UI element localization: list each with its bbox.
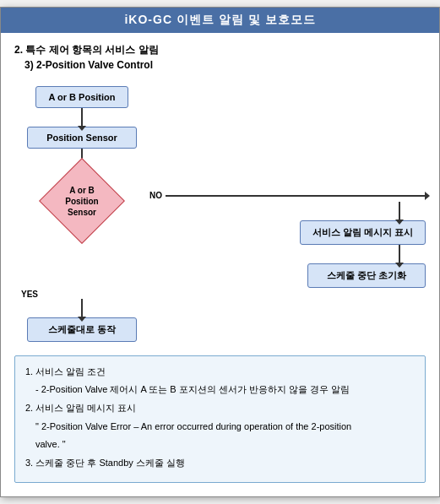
note-line2: - 2-Position Valve 제어시 A 또는 B 포지션의 센서가 반… [25,382,415,398]
arrow-yes [81,299,83,317]
arrow-right-down2 [399,245,400,263]
note-line5: valve. " [25,437,415,453]
main-section-title: 2. 특수 제어 항목의 서비스 알림 [14,43,426,57]
note-line3: 2. 서비스 알림 메시지 표시 [25,401,415,416]
fc-box-aorb: A or B Position [35,86,128,108]
fc-diamond-text: A or BPositionSensor [52,184,111,217]
notes-box: 1. 서비스 알림 조건 - 2-Position Valve 제어시 A 또는… [14,355,426,484]
arrow-right-down [399,202,400,220]
no-label: NO [149,191,162,200]
content-area: 2. 특수 제어 항목의 서비스 알림 3) 2-Position Valve … [1,33,439,497]
fc-diamond-section: A or BPositionSensor NO 서비스 알림 메시지 표시 스케… [14,167,426,288]
note-line6: 3. 스케줄 중단 후 Standby 스케줄 실행 [25,456,415,471]
sub-section-title: 3) 2-Position Valve Control [14,59,426,71]
arrow1 [81,108,83,127]
window-title: iKO-GC 이벤트 알림 및 보호모드 [124,13,315,26]
title-bar: iKO-GC 이벤트 알림 및 보호모드 [1,8,439,33]
right-branch: 서비스 알림 메시지 표시 스케줄 중단 초기화 [149,202,426,288]
note-line1: 1. 서비스 알림 조건 [25,365,415,380]
fc-bottom-left: YES 스케줄대로 동작 [14,288,149,342]
fc-box-service-alarm: 서비스 알림 메시지 표시 [300,220,426,245]
fc-left-column: A or BPositionSensor [14,167,149,235]
flowchart: A or B Position Position Sensor A or BPo… [14,79,426,342]
note-line4: " 2-Position Valve Error – An error occu… [25,420,415,435]
fc-box-schedule-stop: 스케줄 중단 초기화 [307,263,426,288]
yes-label: YES [21,290,38,299]
fc-diamond-container: A or BPositionSensor [40,167,124,235]
main-window: iKO-GC 이벤트 알림 및 보호모드 2. 특수 제어 항목의 서비스 알림… [0,7,440,498]
horiz-arrow [166,195,426,197]
